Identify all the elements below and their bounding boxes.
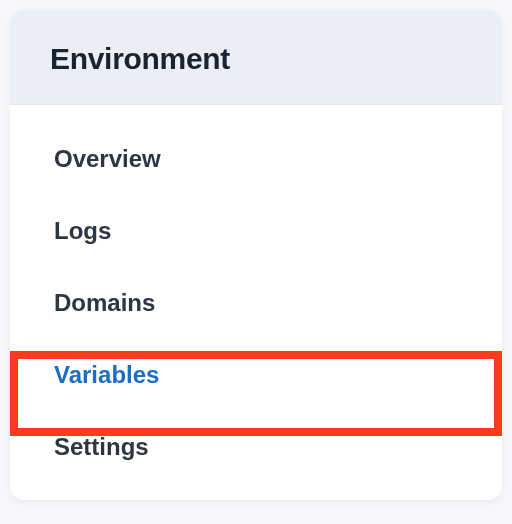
nav-item-settings[interactable]: Settings (10, 411, 502, 483)
panel-header: Environment (10, 10, 502, 105)
nav-item-overview[interactable]: Overview (10, 123, 502, 195)
environment-nav: Overview Logs Domains Variables Settings (10, 105, 502, 500)
nav-item-variables[interactable]: Variables (10, 339, 502, 411)
nav-item-logs[interactable]: Logs (10, 195, 502, 267)
nav-item-domains[interactable]: Domains (10, 267, 502, 339)
environment-panel: Environment Overview Logs Domains Variab… (10, 10, 502, 500)
panel-title: Environment (50, 42, 462, 76)
